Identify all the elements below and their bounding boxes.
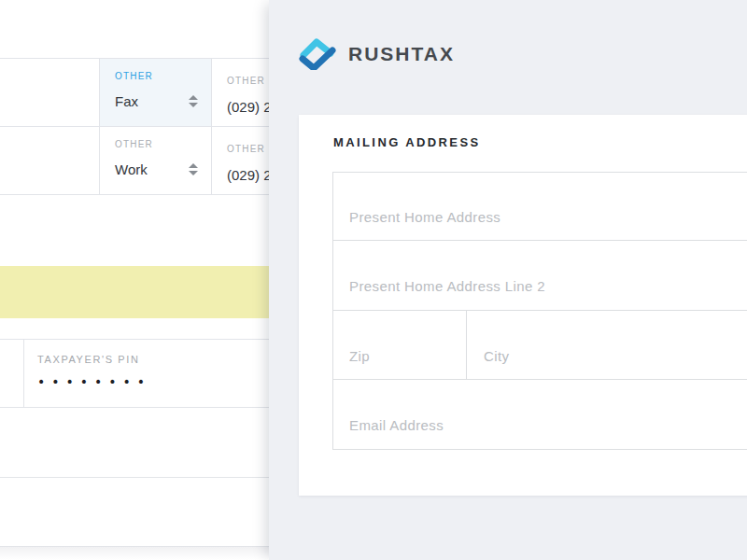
phone-numbers-table: OTHER Fax OTHER (029) 2 OTHER bbox=[0, 58, 280, 195]
phone-type-value: Work bbox=[115, 161, 148, 177]
address-fieldset bbox=[332, 172, 747, 450]
form-divider bbox=[0, 477, 280, 478]
app-window: OTHER Fax OTHER (029) 2 OTHER bbox=[0, 0, 747, 560]
phone-row-fax: OTHER Fax OTHER (029) 2 bbox=[0, 59, 280, 127]
present-home-address-line2-input[interactable] bbox=[333, 241, 747, 310]
address-line1-row bbox=[333, 173, 747, 241]
phone-type-select-work[interactable]: OTHER Work bbox=[99, 127, 212, 194]
phone-row-empty-cell bbox=[0, 59, 99, 126]
rushtax-check-diamond-icon bbox=[299, 37, 336, 70]
phone-number-label: OTHER bbox=[227, 76, 265, 86]
address-line2-row bbox=[333, 241, 747, 311]
phone-type-label: OTHER bbox=[115, 71, 198, 82]
city-cell bbox=[467, 311, 747, 379]
email-address-input[interactable] bbox=[333, 380, 747, 449]
mailing-address-card: MAILING ADDRESS bbox=[299, 115, 747, 496]
phone-type-label: OTHER bbox=[115, 139, 198, 150]
section-title: MAILING ADDRESS bbox=[333, 135, 481, 149]
phone-number-label: OTHER bbox=[227, 144, 265, 154]
taxpayer-pin-label: TAXPAYER'S PIN bbox=[37, 354, 280, 366]
phone-type-select-fax[interactable]: OTHER Fax bbox=[99, 59, 212, 126]
brand-logo: RUSHTAX bbox=[299, 37, 455, 70]
email-row bbox=[333, 380, 747, 449]
zip-cell bbox=[333, 311, 467, 379]
brand-name: RUSHTAX bbox=[348, 43, 455, 65]
city-input[interactable] bbox=[467, 311, 747, 379]
phone-row-work: OTHER Work OTHER (029) 2 bbox=[0, 127, 280, 195]
pin-row-empty-cell bbox=[0, 340, 24, 407]
highlighted-section-bar bbox=[0, 266, 280, 318]
phone-type-value: Fax bbox=[115, 93, 138, 109]
taxpayer-pin-row: TAXPAYER'S PIN bbox=[0, 339, 280, 408]
taxpayer-pin-input[interactable] bbox=[37, 374, 205, 389]
zip-city-row bbox=[333, 311, 747, 380]
mailing-address-overlay-panel: RUSHTAX MAILING ADDRESS bbox=[269, 0, 747, 560]
up-down-arrows-icon[interactable] bbox=[189, 95, 198, 107]
section-edge-shading bbox=[0, 547, 280, 560]
zip-input[interactable] bbox=[333, 311, 466, 379]
taxpayer-pin-field[interactable]: TAXPAYER'S PIN bbox=[24, 340, 280, 407]
phone-row-empty-cell bbox=[0, 127, 99, 194]
present-home-address-input[interactable] bbox=[333, 173, 747, 240]
up-down-arrows-icon[interactable] bbox=[189, 163, 198, 175]
